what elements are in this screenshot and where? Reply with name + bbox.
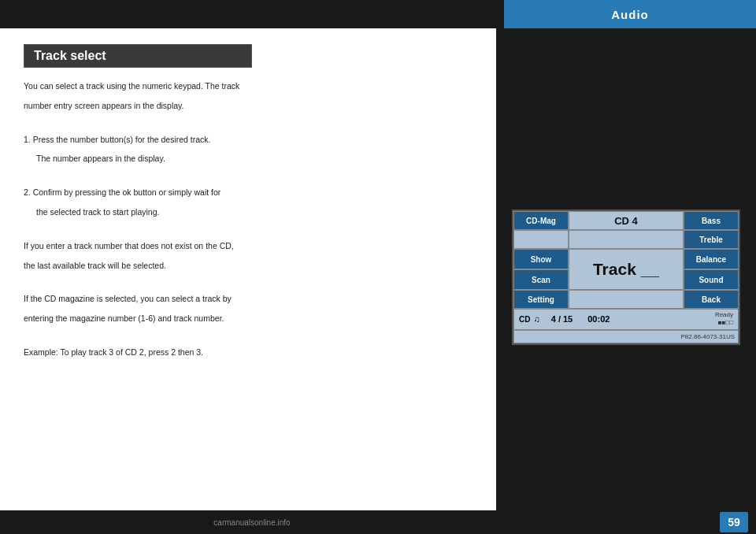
- empty-center-2: [569, 230, 684, 249]
- cd-wave-icon: ♫: [533, 314, 539, 324]
- scan-button[interactable]: Scan: [513, 269, 569, 290]
- sound-button[interactable]: Sound: [684, 269, 739, 290]
- body-para-5: 2. Confirm by pressing the ok button or …: [24, 186, 472, 199]
- time-display: 00:02: [587, 314, 610, 324]
- treble-button[interactable]: Treble: [684, 230, 739, 249]
- track-display: Track __: [569, 249, 684, 290]
- body-para-6: the selected track to start playing.: [24, 206, 472, 219]
- body-para-10: entering the magazine number (1-6) and t…: [24, 312, 472, 325]
- back-button[interactable]: Back: [684, 290, 739, 309]
- main-content: Track select You can select a track usin…: [0, 28, 756, 510]
- empty-left-2: [513, 230, 569, 249]
- right-panel: CD-Mag CD 4 Bass Treble Show Track __ Ba…: [496, 28, 756, 510]
- watermark-text: carmanualsonline.info: [213, 518, 290, 527]
- body-para-11: Example: To play track 3 of CD 2, press …: [24, 346, 472, 359]
- page-number: 59: [720, 512, 748, 532]
- body-para-4: The number appears in the display.: [24, 152, 472, 165]
- cd-mag-button[interactable]: CD-Mag: [513, 211, 569, 230]
- left-panel: Track select You can select a track usin…: [0, 28, 496, 510]
- cd-label: CD: [519, 315, 530, 324]
- setting-button[interactable]: Setting: [513, 290, 569, 309]
- body-para-2: number entry screen appears in the displ…: [24, 99, 472, 113]
- balance-button[interactable]: Balance: [684, 249, 739, 269]
- page-title: Audio: [611, 8, 649, 21]
- body-para-1: You can select a track using the numeric…: [24, 80, 472, 93]
- bass-button[interactable]: Bass: [684, 211, 739, 230]
- watermark: carmanualsonline.info: [0, 510, 504, 534]
- cd-grid: CD-Mag CD 4 Bass Treble Show Track __ Ba…: [513, 211, 739, 343]
- body-para-8: the last available track will be selecte…: [24, 259, 472, 273]
- body-para-9: If the CD magazine is selected, you can …: [24, 292, 472, 306]
- header-bar: Audio: [0, 0, 756, 28]
- bottom-bar: carmanualsonline.info 59: [0, 510, 756, 534]
- header-title-area: Audio: [504, 0, 756, 28]
- track-select-heading: Track select: [24, 44, 252, 68]
- body-para-7: If you enter a track number that does no…: [24, 239, 472, 253]
- part-number: P82.86-4073-31US: [513, 330, 739, 343]
- show-button[interactable]: Show: [513, 249, 569, 269]
- status-bar: CD ♫ 4 / 15 00:02 Ready ■■□□: [513, 309, 739, 330]
- cd-number-display: CD 4: [569, 211, 684, 230]
- ready-status: Ready ■■□□: [715, 311, 733, 328]
- empty-center-5: [569, 290, 684, 309]
- cd-screen: CD-Mag CD 4 Bass Treble Show Track __ Ba…: [512, 210, 740, 345]
- track-info: 4 / 15: [551, 314, 573, 324]
- body-para-3: 1. Press the number button(s) for the de…: [24, 133, 472, 146]
